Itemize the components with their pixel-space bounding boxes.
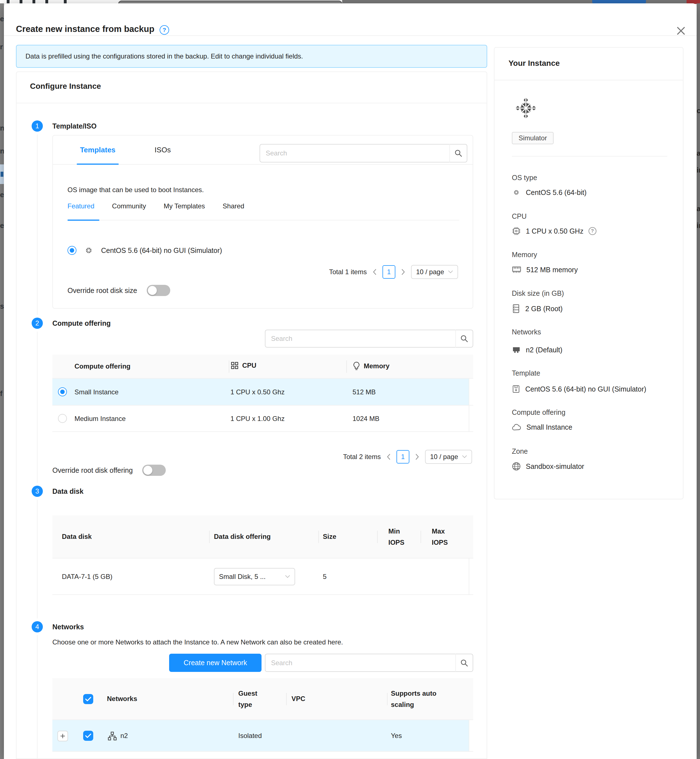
tab-templates[interactable]: Templates <box>70 136 126 164</box>
prev-page-icon[interactable] <box>386 453 391 460</box>
override-root-disk-offering-toggle[interactable] <box>142 465 166 476</box>
template-filter-tabs: Featured Community My Templates Shared <box>67 202 244 210</box>
centos-icon <box>512 188 521 197</box>
networks-table-header: Networks Guest type VPC Supports auto sc… <box>52 678 473 720</box>
template-pagination: Total 1 items 1 10 / page <box>329 265 458 279</box>
subtab-my-templates[interactable]: My Templates <box>164 202 205 210</box>
column-data-disk-offering: Data disk offering <box>214 533 271 540</box>
page-number-button[interactable]: 1 <box>397 450 409 463</box>
page-size-select[interactable]: 10 / page <box>411 265 458 279</box>
table-scrollbar-gutter <box>469 559 473 594</box>
table-scrollbar-gutter <box>469 379 473 405</box>
check-icon <box>85 696 91 701</box>
step-2-badge: 2 <box>32 318 43 329</box>
compute-row-small-instance[interactable]: Small Instance 1 CPU x 0.50 Ghz 512 MB <box>52 379 473 405</box>
close-icon[interactable] <box>675 25 687 36</box>
search-icon <box>460 659 469 667</box>
tab-isos[interactable]: ISOs <box>143 136 182 164</box>
step-4-badge: 4 <box>32 621 43 632</box>
next-page-icon[interactable] <box>400 268 406 275</box>
compute-search-input[interactable] <box>265 330 455 347</box>
override-root-disk-offering-label: Override root disk offering <box>52 466 133 474</box>
column-min-iops: Min IOPS <box>388 526 414 548</box>
appstore-icon <box>230 361 239 370</box>
disk-icon <box>512 304 520 313</box>
template-search <box>259 144 467 163</box>
step-3-label: Data disk <box>52 487 83 495</box>
subtab-divider <box>67 220 459 221</box>
override-root-disk-size-label: Override root disk size <box>67 286 137 295</box>
override-root-disk-size-toggle[interactable] <box>147 285 170 296</box>
centos-icon-large <box>515 97 536 119</box>
column-size: Size <box>323 533 336 540</box>
ram-icon <box>512 265 521 274</box>
your-instance-card: Your Instance Simulator OS type CentOS 5… <box>494 47 683 499</box>
configure-instance-title: Configure Instance <box>30 82 101 91</box>
step-3-badge: 3 <box>32 486 43 497</box>
page-size-select[interactable]: 10 / page <box>425 450 472 464</box>
steps-connector-line <box>37 132 38 759</box>
column-guest-type: Guest type <box>238 688 269 710</box>
compute-search <box>265 330 473 347</box>
plus-icon <box>60 733 66 739</box>
network-row-n2[interactable]: n2 Isolated Yes <box>52 720 473 752</box>
networks-search-input[interactable] <box>265 654 455 672</box>
divider <box>494 80 683 80</box>
compute-offering-value: Small Instance <box>512 423 572 431</box>
prev-page-icon[interactable] <box>372 268 377 275</box>
networks-value: n2 (Default) <box>512 346 562 354</box>
subtab-community[interactable]: Community <box>112 202 146 210</box>
create-new-network-button[interactable]: Create new Network <box>169 654 261 672</box>
centos-icon <box>83 244 95 257</box>
column-networks: Networks <box>107 695 137 703</box>
chevron-down-icon <box>285 575 290 578</box>
network-apartment-icon <box>108 731 117 741</box>
networks-search <box>265 654 473 672</box>
chevron-down-icon <box>448 270 453 274</box>
subtab-shared[interactable]: Shared <box>223 202 244 210</box>
cpu-help-icon[interactable]: ? <box>589 227 596 235</box>
compute-search-button[interactable] <box>455 330 473 347</box>
page-number-button[interactable]: 1 <box>383 265 395 279</box>
step-4-label: Networks <box>52 623 84 631</box>
compute-radio-small[interactable] <box>58 387 67 396</box>
bulb-icon <box>353 361 360 371</box>
pagination-total: Total 1 items <box>329 268 367 276</box>
template-radio-row[interactable]: CentOS 5.6 (64-bit) no GUI (Simulator) <box>67 244 222 257</box>
column-compute-offering: Compute offering <box>75 362 130 370</box>
column-memory: Memory <box>364 362 389 370</box>
network-n2-checkbox[interactable] <box>83 731 93 741</box>
column-cpu: CPU <box>242 362 256 369</box>
globe-icon <box>512 462 521 471</box>
cpu-value: 1 CPU x 0.50 GHz ? <box>512 227 596 236</box>
title-help-icon[interactable]: ? <box>159 25 169 35</box>
pagination-total: Total 2 items <box>343 453 381 461</box>
chevron-down-icon <box>462 455 467 459</box>
column-supports-auto-scaling: Supports auto scaling <box>391 688 455 710</box>
check-icon <box>85 733 91 738</box>
data-disk-offering-select[interactable]: Small Disk, 5 ... <box>214 568 295 585</box>
template-search-button[interactable] <box>449 144 467 163</box>
simulator-tag: Simulator <box>512 132 553 144</box>
data-disk-table: Data disk Data disk offering Size Min IO… <box>52 515 473 595</box>
table-scrollbar-gutter <box>469 405 473 431</box>
zone-value: Sandbox-simulator <box>512 462 584 471</box>
subtab-featured[interactable]: Featured <box>67 202 94 210</box>
compute-row-medium-instance[interactable]: Medium Instance 1 CPU x 1.00 Ghz 1024 MB <box>52 405 473 432</box>
table-scrollbar-gutter <box>469 720 473 751</box>
disk-size-value: 2 GB (Root) <box>512 304 562 313</box>
compute-radio-medium[interactable] <box>58 414 67 423</box>
create-instance-modal: Create new instance from backup ? Data i… <box>4 3 697 759</box>
select-all-checkbox[interactable] <box>83 694 93 704</box>
template-search-input[interactable] <box>259 144 449 163</box>
next-page-icon[interactable] <box>414 453 420 460</box>
expand-row-button[interactable] <box>58 731 68 741</box>
divider <box>512 156 667 156</box>
networks-search-button[interactable] <box>455 654 473 672</box>
column-vpc: VPC <box>292 695 305 703</box>
step-2-label: Compute offering <box>52 319 111 327</box>
data-disk-table-header: Data disk Data disk offering Size Min IO… <box>52 515 473 559</box>
template-radio[interactable] <box>67 246 77 255</box>
step-1-badge: 1 <box>32 121 43 131</box>
background-page-right: c a in a in <box>697 3 700 759</box>
